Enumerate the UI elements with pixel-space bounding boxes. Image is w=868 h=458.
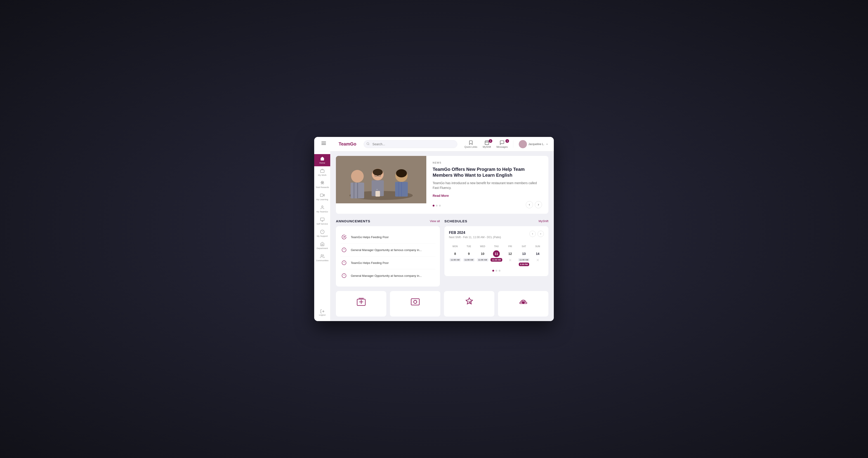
svg-point-5	[522, 142, 524, 144]
user-name: Jacqueline L.	[528, 142, 544, 146]
hero-image	[336, 156, 426, 203]
sidebar-item-department-label: Department	[317, 247, 328, 250]
sidebar-item-my-teamgo-label: My TeamGo	[316, 210, 328, 213]
svg-rect-10	[320, 194, 323, 197]
myshift-label: MyShift	[483, 145, 491, 148]
svg-point-6	[521, 145, 525, 147]
logout-button[interactable]: Logout	[314, 307, 330, 318]
announcement-item-2[interactable]: General Manager Opportunity at famous co…	[340, 243, 435, 257]
hero-dots	[433, 205, 441, 206]
hero-description: TeamGo has introduced a new benefit for …	[433, 181, 542, 190]
cal-day-11: 11 11:00 AM	[490, 250, 503, 266]
read-more-link[interactable]: Read More	[433, 194, 542, 197]
myshift-button[interactable]: 1 MyShift	[483, 140, 491, 148]
two-col-section: ANNOUNCEMENTS View all TeamGo Helps F	[336, 219, 548, 287]
cal-time-9: 11:00 AM	[463, 258, 475, 262]
cal-day-10: 10 11:00 AM	[476, 250, 489, 266]
announcements-title: ANNOUNCEMENTS	[336, 219, 370, 223]
search-icon	[366, 142, 370, 146]
sched-dot-2	[495, 270, 497, 271]
payroll-card[interactable]	[390, 291, 440, 317]
sched-dot-1	[492, 270, 494, 271]
bottom-cards: M	[336, 291, 548, 317]
cal-date-12: 12	[507, 250, 514, 257]
sidebar-item-self-service[interactable]: Self Service	[314, 215, 330, 227]
sidebar-item-my-support[interactable]: My Support	[314, 227, 330, 239]
announcement-text-1: TeamGo Helps Feeding Poor	[351, 235, 389, 239]
cal-no-shift-12	[508, 258, 512, 263]
announcement-icon-1	[340, 233, 348, 241]
announcement-item-4[interactable]: General Manager Opportunity at famous co…	[340, 269, 435, 282]
sidebar-item-my-learning[interactable]: My Learning	[314, 191, 330, 203]
chevron-down-icon	[546, 143, 548, 145]
announcement-text-2: General Manager Opportunity at famous co…	[351, 248, 422, 252]
logo-part1: Team	[339, 141, 350, 146]
svg-point-37	[396, 169, 407, 177]
sidebar-item-my-work[interactable]: My Work	[314, 166, 330, 178]
sidebar-item-total-rewards[interactable]: Total Rewards	[314, 178, 330, 191]
sidebar-item-self-service-label: Self Service	[316, 223, 328, 225]
announcements-view-all[interactable]: View all	[430, 219, 440, 223]
svg-point-48	[414, 300, 417, 303]
announcement-item-3[interactable]: TeamGo Helps Feeding Poor	[340, 257, 435, 269]
cal-date-10: 10	[479, 250, 486, 257]
self-service-icon	[320, 217, 324, 222]
schedule-month: FEB 2024	[449, 231, 501, 235]
svg-rect-1	[485, 141, 489, 144]
search-input[interactable]	[364, 140, 457, 148]
hero-dot-3	[439, 205, 441, 206]
department-icon	[320, 242, 324, 246]
main-content: NEWS TeamGo Offers New Program to Help T…	[331, 152, 554, 321]
hero-dot-2	[436, 205, 438, 206]
cal-day-13: 13 11:00 AM 5:30 PM	[518, 250, 530, 266]
app-logo: TeamGo	[339, 141, 356, 146]
my-teamgo-icon	[320, 205, 324, 210]
schedule-prev-button[interactable]	[529, 231, 536, 237]
schedule-next-button[interactable]	[537, 231, 544, 237]
svg-rect-38	[375, 191, 380, 197]
announcement-icon-3	[340, 259, 348, 266]
quick-links-button[interactable]: Quick Links	[465, 140, 477, 148]
logo-part2: Go	[350, 141, 356, 146]
sidebar-item-communities[interactable]: Communities	[314, 252, 330, 264]
cal-time-13a: 11:00 AM	[518, 258, 530, 262]
announcement-text-4: General Manager Opportunity at famous co…	[351, 274, 422, 277]
my-goals-card[interactable]: M	[444, 291, 494, 317]
schedules-myshift-link[interactable]: MyShift	[539, 219, 548, 223]
sidebar-item-my-teamgo[interactable]: My TeamGo	[314, 203, 330, 215]
hamburger-button[interactable]	[320, 139, 328, 147]
topbar-actions: Quick Links 1 MyShift 1 Messages	[465, 140, 548, 148]
home-icon	[320, 156, 324, 161]
hero-prev-button[interactable]	[526, 201, 533, 208]
cal-label-sat: SAT	[518, 245, 530, 249]
svg-point-32	[373, 169, 383, 175]
total-rewards-icon	[320, 181, 324, 185]
svg-point-0	[367, 142, 369, 144]
cal-time-11: 11:00 AM	[491, 258, 502, 262]
hero-dot-1	[433, 205, 434, 206]
topbar: TeamGo Quick Links 1 MyShif	[314, 137, 554, 152]
announcements-header: ANNOUNCEMENTS View all	[336, 219, 440, 223]
cal-day-14: 14	[531, 250, 544, 266]
announcement-item-1[interactable]: TeamGo Helps Feeding Poor	[340, 231, 435, 243]
cal-date-8: 8	[452, 250, 458, 257]
cal-date-13: 13	[521, 250, 527, 257]
user-menu[interactable]: Jacqueline L.	[519, 140, 548, 148]
schedules-title: SCHEDULES	[444, 219, 467, 223]
announcement-icon-2	[340, 246, 348, 254]
messages-badge: 1	[505, 139, 509, 143]
recognition-card[interactable]	[498, 291, 548, 317]
cal-time-8: 11:00 AM	[450, 258, 461, 262]
cal-label-wed: WED	[476, 245, 489, 249]
cal-no-shift-14	[536, 258, 540, 263]
benefits-card[interactable]	[336, 291, 386, 317]
sidebar-item-home[interactable]: Home	[314, 154, 330, 166]
sidebar-item-department[interactable]: Department	[314, 239, 330, 252]
hero-next-button[interactable]	[535, 201, 542, 208]
hero-nav	[526, 201, 542, 208]
messages-button[interactable]: 1 Messages	[496, 140, 508, 148]
svg-rect-12	[320, 218, 324, 221]
svg-rect-7	[320, 170, 324, 173]
cal-label-fri: FRI	[504, 245, 516, 249]
cal-date-14: 14	[534, 250, 541, 257]
